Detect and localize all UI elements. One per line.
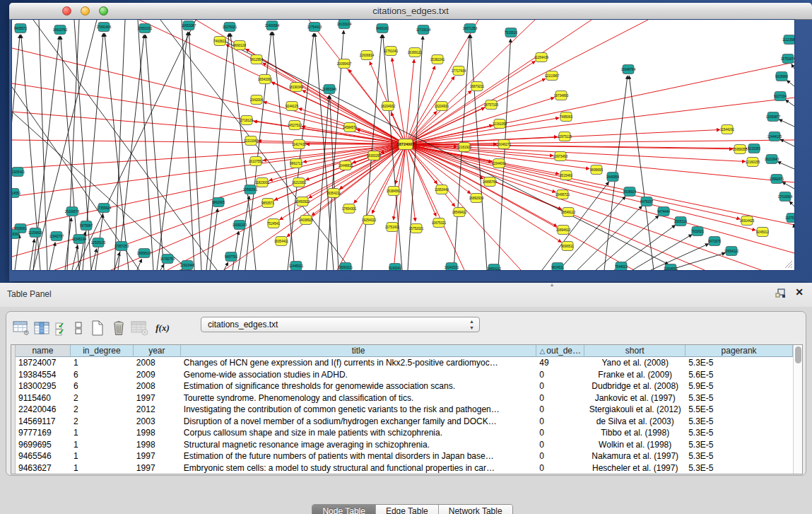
network-edge[interactable] — [777, 162, 794, 169]
network-node[interactable]: 12093877 — [766, 112, 781, 122]
network-node[interactable]: 11823002 — [255, 178, 270, 187]
network-node[interactable]: 17359924 — [97, 204, 112, 213]
network-edge[interactable] — [245, 32, 271, 270]
network-node[interactable]: 10092193 — [233, 221, 247, 230]
network-view-window[interactable]: citations_edges.txt 94055711661076227691… — [9, 3, 812, 281]
network-node[interactable]: 12160155 — [746, 158, 760, 167]
network-node[interactable]: 9912954 — [250, 55, 263, 64]
network-node[interactable]: 7463822 — [213, 37, 226, 46]
table-row[interactable]: 969969511998Structural magnetic resonanc… — [16, 439, 793, 451]
network-node[interactable]: 1640954 — [606, 173, 619, 182]
network-edge[interactable] — [246, 49, 406, 144]
network-edge[interactable] — [406, 61, 536, 144]
network-node[interactable]: 12942737 — [49, 232, 64, 241]
network-node[interactable]: 11935421 — [12, 168, 25, 177]
network-node[interactable]: 9862905 — [212, 198, 225, 207]
network-edge[interactable] — [206, 33, 229, 270]
network-node[interactable]: 13204931 — [435, 102, 449, 111]
network-node[interactable]: 15382241 — [430, 55, 445, 64]
network-node[interactable]: 16782759 — [160, 255, 175, 264]
network-node[interactable]: 16671358 — [463, 24, 478, 33]
table-row[interactable]: 1872400712008Changes of HCN gene express… — [16, 357, 793, 369]
table-settings-icon[interactable]: ⚙ — [11, 318, 32, 338]
network-node[interactable]: 16892939 — [469, 194, 484, 203]
network-node[interactable]: 9405571 — [14, 24, 27, 33]
network-node[interactable]: 21752411 — [385, 223, 400, 232]
network-node[interactable]: 6479197 — [640, 197, 653, 206]
network-node[interactable]: 11544091 — [492, 159, 507, 168]
network-node[interactable]: 15751874 — [781, 54, 794, 64]
float-panel-icon[interactable] — [775, 288, 787, 299]
network-node[interactable]: 5938924 — [623, 187, 636, 197]
network-node[interactable]: 10675321 — [432, 218, 447, 228]
network-canvas[interactable]: 9405571166107622769140620553191106532871… — [12, 20, 794, 270]
network-node[interactable]: 22400584 — [265, 21, 280, 30]
network-node[interactable]: 16107552 — [249, 157, 264, 166]
column-header-in_degree[interactable]: in_degree — [71, 345, 134, 357]
table-row[interactable]: 1830029562008Estimation of significance … — [16, 380, 793, 392]
network-node[interactable]: 11254439 — [534, 53, 549, 62]
network-node[interactable]: 7932621 — [691, 227, 704, 236]
network-node[interactable]: 12161920 — [457, 143, 472, 152]
network-node[interactable]: 16210643 — [765, 155, 779, 164]
table-row[interactable]: 1938455462009Genome-wide association stu… — [16, 369, 793, 381]
network-node[interactable]: 9245012 — [756, 228, 769, 237]
network-node[interactable]: 15495721 — [555, 190, 570, 199]
network-edge[interactable] — [33, 20, 97, 270]
network-node[interactable]: 12754413 — [307, 23, 322, 32]
network-edge[interactable] — [72, 245, 78, 270]
network-node[interactable]: 9457791 — [225, 252, 237, 262]
network-node[interactable]: 18204932 — [381, 102, 396, 111]
network-node[interactable]: 15276021 — [223, 23, 237, 32]
network-node[interactable]: 9329966 — [775, 72, 788, 81]
network-node[interactable]: 16354211 — [326, 189, 341, 198]
network-edge[interactable] — [49, 243, 55, 270]
network-node[interactable]: 27691406 — [97, 23, 112, 32]
network-node[interactable]: 10894613 — [556, 226, 571, 235]
network-node[interactable]: 9244125 — [286, 102, 298, 111]
tab-node-table[interactable]: Node Table — [312, 505, 376, 514]
network-edge[interactable] — [238, 196, 249, 270]
network-node[interactable]: 16879211 — [470, 82, 485, 91]
table-tabs-control[interactable]: Node TableEdge TableNetwork Table — [312, 504, 512, 514]
network-node[interactable]: 7524541 — [267, 219, 280, 228]
network-node[interactable]: 9699695 — [590, 165, 603, 175]
network-node[interactable]: 11545194 — [72, 235, 87, 244]
network-node[interactable]: 10653287 — [182, 21, 196, 30]
network-node[interactable]: 16354411 — [274, 237, 289, 246]
network-node[interactable]: 20099437 — [337, 59, 352, 69]
network-node[interactable]: 9515460 — [560, 171, 572, 180]
column-header-short[interactable]: short — [584, 345, 686, 357]
network-node[interactable]: 14584571 — [343, 123, 358, 132]
network-node[interactable]: 9474444 — [657, 207, 670, 216]
network-node[interactable]: 12213967 — [545, 71, 560, 81]
network-node[interactable]: 9853571 — [261, 199, 274, 208]
table-row[interactable]: 946362711997Embryonic stem cells: a mode… — [16, 462, 793, 474]
column-header-name[interactable]: name — [16, 345, 71, 357]
network-node[interactable]: 20553191 — [138, 24, 153, 33]
network-node[interactable]: 12923448 — [180, 261, 195, 270]
table-select-dropdown[interactable]: citations_edges.txt ▲▼ — [201, 317, 480, 332]
network-node[interactable]: 2342004 — [250, 95, 263, 105]
network-node[interactable]: 12505135 — [91, 238, 106, 247]
network-node[interactable]: 19734893 — [554, 91, 569, 100]
network-edge[interactable] — [787, 81, 794, 86]
network-node[interactable]: 14895764 — [483, 177, 498, 187]
column-header-year[interactable]: year — [134, 345, 181, 357]
network-node[interactable]: 18549122 — [561, 208, 576, 217]
network-node[interactable]: 18190342 — [289, 83, 304, 92]
network-node[interactable]: 14038925 — [299, 216, 314, 225]
tab-edge-table[interactable]: Edge Table — [376, 505, 439, 514]
network-node[interactable]: 9466160 — [376, 24, 389, 33]
network-edge[interactable] — [782, 182, 794, 189]
network-node[interactable]: 16369121 — [408, 48, 423, 57]
network-node[interactable]: 9193241 — [389, 264, 401, 271]
network-node[interactable]: 12975115 — [558, 132, 572, 141]
network-node[interactable]: 9634511 — [551, 263, 564, 271]
network-edge[interactable] — [12, 140, 406, 144]
network-node[interactable]: 10241531 — [445, 263, 459, 271]
network-node[interactable]: 19958107 — [137, 249, 152, 258]
network-node[interactable]: 20514551 — [12, 189, 21, 198]
network-node[interactable]: 16914425 — [740, 216, 755, 226]
network-edge[interactable] — [406, 144, 794, 253]
